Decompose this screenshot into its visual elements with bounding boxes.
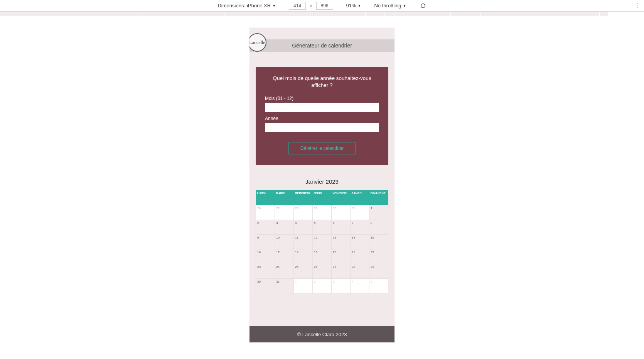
calendar-day-cell[interactable]: 6 — [332, 220, 351, 234]
calendar-day-cell[interactable]: 16 — [256, 249, 275, 264]
rotate-icon[interactable] — [420, 2, 427, 9]
calendar-day-cell[interactable]: 12 — [313, 234, 332, 249]
calendar-day-cell[interactable]: 5 — [369, 278, 388, 293]
calendar-day-cell[interactable]: 3 — [275, 220, 294, 234]
calendar-week-row: 303112345 — [256, 278, 388, 293]
calendar-week-row: 23242526272829 — [256, 264, 388, 278]
ruler-segment[interactable] — [481, 12, 600, 16]
calendar-day-cell[interactable]: 4 — [351, 278, 369, 293]
calendar-day-cell[interactable]: 11 — [294, 234, 313, 249]
device-frame: Lancelle Génerateur de calendrier Quel m… — [250, 28, 394, 342]
calendar-day-header: MERCREDI — [294, 190, 313, 205]
calendar-day-cell[interactable]: 26 — [313, 264, 332, 278]
calendar-day-cell[interactable]: 18 — [294, 249, 313, 264]
calendar-header-row: LUNDIMARDIMERCREDIJEUDIVENDREDISAMEDIDIM… — [256, 190, 388, 205]
ruler-segment[interactable] — [87, 12, 138, 16]
more-options-icon[interactable]: ⋮ — [634, 3, 640, 9]
calendar-title: Janvier 2023 — [256, 178, 388, 185]
calendar-day-cell[interactable]: 28 — [294, 205, 313, 220]
device-height-input[interactable] — [316, 2, 333, 10]
ruler-segment[interactable] — [245, 12, 366, 16]
device-width-input[interactable] — [289, 2, 306, 10]
ruler-segment[interactable] — [2, 12, 87, 16]
ruler-segment[interactable] — [366, 12, 384, 16]
calendar-day-cell[interactable]: 25 — [294, 264, 313, 278]
ruler-segment[interactable] — [384, 12, 451, 16]
dimensions-label: Dimensions: — [217, 3, 245, 8]
calendar-day-cell[interactable]: 2 — [256, 220, 275, 234]
zoom-value: 91% — [346, 3, 356, 8]
ruler-segment[interactable] — [451, 12, 481, 16]
calendar-week-row: 2627282930311 — [256, 205, 388, 220]
year-label: Année — [265, 116, 379, 121]
ruler-segments — [0, 12, 644, 16]
dimension-separator: × — [310, 3, 312, 8]
calendar-day-cell[interactable]: 31 — [275, 278, 294, 293]
calendar-day-cell[interactable]: 27 — [275, 205, 294, 220]
footer-text: © Lancelle Clara 2023 — [297, 332, 347, 337]
form-card: Quel mois de quelle année souhaitez-vous… — [256, 67, 388, 165]
calendar-day-cell[interactable]: 1 — [294, 278, 313, 293]
calendar-day-header: DIMANCHE — [369, 190, 388, 205]
calendar-day-cell[interactable]: 23 — [256, 264, 275, 278]
ruler-segment[interactable] — [205, 12, 224, 16]
calendar-day-cell[interactable]: 29 — [313, 205, 332, 220]
calendar-day-cell[interactable]: 22 — [369, 249, 388, 264]
calendar-day-cell[interactable]: 17 — [275, 249, 294, 264]
calendar-day-cell[interactable]: 15 — [369, 234, 388, 249]
chevron-down-icon: ▼ — [358, 4, 361, 8]
ruler-segment[interactable] — [224, 12, 245, 16]
calendar-day-cell[interactable]: 30 — [256, 278, 275, 293]
form-question: Quel mois de quelle année souhaitez-vous… — [265, 75, 379, 89]
generate-button[interactable]: Générer le calendrier — [288, 142, 356, 154]
month-label: Mois (01 - 12) — [265, 96, 379, 101]
chevron-down-icon: ▼ — [272, 4, 276, 8]
calendar-day-cell[interactable]: 2 — [313, 278, 332, 293]
brand-logo: Lancelle — [250, 33, 266, 52]
devtools-toolbar: Dimensions: iPhone XR ▼ × 91% ▼ No throt… — [0, 0, 644, 12]
month-input[interactable] — [265, 103, 379, 112]
page-footer: © Lancelle Clara 2023 — [250, 326, 394, 342]
calendar-day-cell[interactable]: 14 — [351, 234, 369, 249]
calendar-day-header: JEUDI — [313, 190, 332, 205]
throttling-dropdown[interactable]: No throttling ▼ — [374, 3, 406, 8]
calendar-day-cell[interactable]: 29 — [369, 264, 388, 278]
brand-logo-text: Lancelle — [250, 40, 265, 46]
calendar-day-cell[interactable]: 28 — [351, 264, 369, 278]
dimensions-dropdown[interactable]: Dimensions: iPhone XR ▼ — [217, 3, 276, 8]
svg-line-1 — [421, 3, 425, 8]
throttling-value: No throttling — [374, 3, 401, 8]
ruler-segment[interactable] — [138, 12, 205, 16]
device-ruler — [0, 12, 644, 20]
calendar-day-cell[interactable]: 21 — [351, 249, 369, 264]
ruler-segment[interactable] — [600, 12, 608, 16]
calendar-day-cell[interactable]: 31 — [351, 205, 369, 220]
calendar-day-cell[interactable]: 19 — [313, 249, 332, 264]
zoom-dropdown[interactable]: 91% ▼ — [346, 3, 361, 8]
calendar-day-cell[interactable]: 30 — [332, 205, 351, 220]
calendar-day-header: SAMEDI — [351, 190, 369, 205]
calendar-day-cell[interactable]: 13 — [332, 234, 351, 249]
calendar-day-cell[interactable]: 26 — [256, 205, 275, 220]
calendar-day-header: MARDI — [275, 190, 294, 205]
calendar-day-cell[interactable]: 8 — [369, 220, 388, 234]
calendar-day-cell[interactable]: 4 — [294, 220, 313, 234]
calendar-week-row: 16171819202122 — [256, 249, 388, 264]
calendar-day-cell[interactable]: 9 — [256, 234, 275, 249]
calendar-body: 2627282930311234567891011121314151617181… — [256, 205, 388, 293]
calendar-day-cell[interactable]: 27 — [332, 264, 351, 278]
calendar-day-cell[interactable]: 3 — [332, 278, 351, 293]
calendar-day-cell[interactable]: 24 — [275, 264, 294, 278]
calendar-week-row: 2345678 — [256, 220, 388, 234]
calendar-week-row: 9101112131415 — [256, 234, 388, 249]
calendar-day-cell[interactable]: 10 — [275, 234, 294, 249]
calendar-day-cell[interactable]: 1 — [369, 205, 388, 220]
year-input[interactable] — [265, 123, 379, 132]
device-name: iPhone XR — [247, 3, 271, 8]
calendar: Janvier 2023 LUNDIMARDIMERCREDIJEUDIVEND… — [256, 178, 388, 293]
calendar-day-cell[interactable]: 5 — [313, 220, 332, 234]
page-header: Lancelle Génerateur de calendrier — [250, 39, 394, 52]
viewport-area: Lancelle Génerateur de calendrier Quel m… — [0, 20, 644, 359]
calendar-day-cell[interactable]: 20 — [332, 249, 351, 264]
calendar-day-cell[interactable]: 7 — [351, 220, 369, 234]
